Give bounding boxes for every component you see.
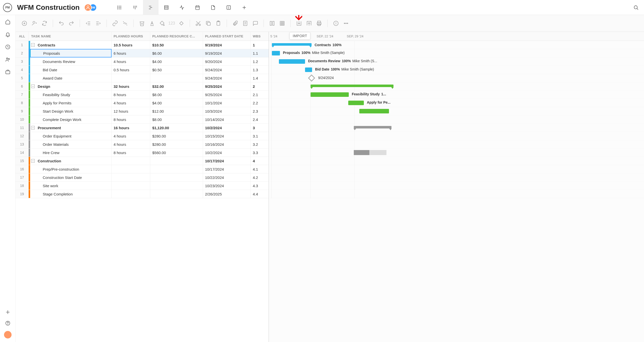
redo-icon[interactable] [68, 20, 75, 27]
task-row[interactable]: 4 Bid Date 0.5 hours $0.50 9/24/2024 1.3 [16, 66, 269, 74]
planned-cost[interactable]: $12.00 [150, 107, 203, 115]
planned-cost[interactable]: $4.00 [150, 99, 203, 107]
planned-date[interactable]: 10/17/2024 [203, 157, 251, 165]
task-name-cell[interactable]: Order Equipment [29, 132, 112, 140]
task-row[interactable]: 11 − Procurement 16 hours $1,120.00 10/2… [16, 124, 269, 132]
outdent-icon[interactable] [84, 20, 92, 27]
planned-cost[interactable] [150, 190, 203, 198]
gantt-row[interactable] [269, 132, 644, 140]
row-number[interactable]: 4 [16, 66, 29, 74]
wbs-code[interactable]: 2.3 [251, 107, 268, 115]
planned-hours[interactable]: 6 hours [112, 49, 150, 57]
export-icon[interactable] [305, 20, 313, 27]
view-add[interactable] [236, 0, 252, 15]
notifications-icon[interactable] [5, 31, 11, 38]
time-icon[interactable] [5, 44, 11, 50]
planned-date[interactable]: 9/19/2024 [203, 49, 251, 57]
row-number[interactable]: 18 [16, 182, 29, 190]
unlink-icon[interactable] [121, 20, 129, 27]
row-number[interactable]: 14 [16, 149, 29, 157]
view-files[interactable] [205, 0, 221, 15]
planned-hours[interactable]: 4 hours [112, 140, 150, 148]
gantt-row[interactable]: Documents Review 100% Mike Smith (S... [269, 57, 644, 66]
task-row[interactable]: 9 Start Design Work 12 hours $12.00 10/3… [16, 107, 269, 115]
gantt-summary-bar[interactable] [311, 85, 393, 87]
row-number[interactable]: 2 [16, 49, 29, 57]
wbs-code[interactable]: 2 [251, 82, 268, 90]
row-number[interactable]: 6 [16, 82, 29, 90]
gantt-chart[interactable]: 5 '24SEP, 22 '24SEP, 29 '24 Contracts100… [269, 32, 644, 342]
import-icon[interactable] [295, 20, 303, 27]
planned-date[interactable]: 9/25/2024 [203, 91, 251, 99]
gantt-row[interactable] [269, 140, 644, 149]
row-number[interactable]: 19 [16, 190, 29, 198]
project-avatars[interactable]: SW [84, 4, 97, 11]
planned-hours[interactable]: 4 hours [112, 57, 150, 65]
more-icon[interactable] [342, 20, 350, 27]
row-number[interactable]: 8 [16, 99, 29, 107]
wbs-code[interactable]: 3.1 [251, 132, 268, 140]
task-row[interactable]: 7 Feasibility Study 8 hours $8.00 9/25/2… [16, 91, 269, 99]
app-logo[interactable]: PM [3, 3, 12, 12]
row-number[interactable]: 3 [16, 57, 29, 65]
planned-hours[interactable]: 4 hours [112, 99, 150, 107]
task-name-cell[interactable]: Stage Completion [29, 190, 112, 198]
col-hours[interactable]: PLANNED HOURS [112, 32, 150, 41]
planned-cost[interactable] [150, 182, 203, 190]
planned-date[interactable]: 10/22/2024 [203, 173, 251, 181]
row-number[interactable]: 12 [16, 132, 29, 140]
task-name-cell[interactable]: Complete Design Work [29, 115, 112, 123]
collapse-toggle[interactable]: − [31, 43, 35, 47]
indent-icon[interactable] [94, 20, 102, 27]
gantt-task-bar[interactable]: Documents Review 100% Mike Smith (S... [279, 59, 305, 64]
wbs-code[interactable]: 2.2 [251, 99, 268, 107]
row-number[interactable]: 1 [16, 41, 29, 49]
gantt-task-bar[interactable]: Feasibility Study 1... [311, 92, 349, 97]
task-name-cell[interactable]: − Design [29, 82, 112, 90]
gantt-row[interactable] [269, 157, 644, 165]
task-row[interactable]: 13 Order Materials 4 hours $280.00 10/16… [16, 140, 269, 149]
view-sheet[interactable] [159, 0, 174, 15]
user-avatar[interactable] [4, 331, 12, 338]
comment-icon[interactable] [252, 20, 259, 27]
wbs-code[interactable]: 4.3 [251, 182, 268, 190]
task-name-cell[interactable]: Award Date [29, 74, 112, 82]
wbs-code[interactable]: 4.4 [251, 190, 268, 198]
col-date[interactable]: PLANNED START DATE [203, 32, 251, 41]
wbs-code[interactable]: 3.2 [251, 140, 268, 148]
gantt-progress-bar[interactable] [354, 150, 386, 155]
task-row[interactable]: 16 Prep/Pre-construction 10/17/2024 4.1 [16, 165, 269, 173]
planned-date[interactable]: 10/17/2024 [203, 165, 251, 173]
portfolio-icon[interactable] [5, 69, 11, 75]
gantt-row[interactable] [269, 107, 644, 115]
delete-icon[interactable] [138, 20, 146, 27]
planned-hours[interactable] [112, 182, 150, 190]
team-icon[interactable] [5, 56, 11, 63]
view-risks[interactable] [221, 0, 236, 15]
gantt-row[interactable]: 9/24/2024 [269, 74, 644, 82]
task-row[interactable]: 6 − Design 32 hours $32.00 9/25/2024 2 [16, 82, 269, 91]
attachment-icon[interactable] [231, 20, 239, 27]
col-all[interactable]: ALL [16, 32, 29, 41]
row-number[interactable]: 9 [16, 107, 29, 115]
planned-cost[interactable]: $1,120.00 [150, 124, 203, 132]
gantt-task-bar[interactable] [359, 109, 389, 113]
gantt-row[interactable] [269, 182, 644, 190]
paste-icon[interactable] [215, 20, 222, 27]
planned-date[interactable]: 10/16/2024 [203, 140, 251, 148]
planned-date[interactable]: 10/1/2024 [203, 99, 251, 107]
search-button[interactable] [631, 3, 641, 13]
planned-date[interactable]: 9/25/2024 [203, 82, 251, 90]
wbs-code[interactable]: 1.3 [251, 66, 268, 74]
task-name-cell[interactable]: Documents Review [29, 57, 112, 65]
task-name-cell[interactable]: Bid Date [29, 66, 112, 74]
planned-hours[interactable]: 4 hours [112, 132, 150, 140]
gantt-summary-bar[interactable]: Contracts100% [272, 43, 312, 46]
planned-hours[interactable]: 0.5 hours [112, 66, 150, 74]
planned-cost[interactable] [150, 173, 203, 181]
undo-icon[interactable] [58, 20, 65, 27]
row-number[interactable]: 15 [16, 157, 29, 165]
task-name-cell[interactable]: Site work [29, 182, 112, 190]
row-number[interactable]: 17 [16, 173, 29, 181]
planned-date[interactable]: 10/2/2024 [203, 124, 251, 132]
